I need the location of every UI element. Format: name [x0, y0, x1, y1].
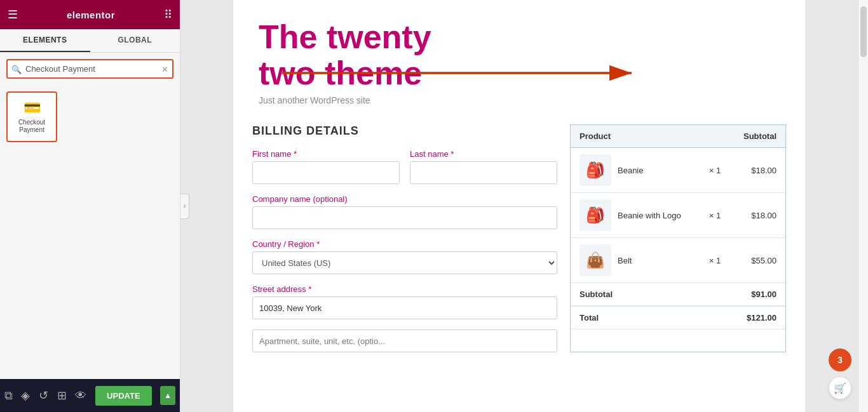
notification-badge[interactable]: 3: [829, 349, 851, 371]
order-section: Product Subtotal 🎒 Beanie: [570, 124, 786, 352]
widget-label: Checkout Payment: [11, 119, 52, 134]
search-input[interactable]: [6, 59, 173, 79]
product-cell-3: 👜 Belt: [571, 238, 699, 283]
street-input[interactable]: [252, 296, 557, 319]
history-icon[interactable]: ↺: [39, 389, 48, 402]
price-cell-3: $55.00: [731, 238, 785, 283]
site-header: The twenty two theme Just another WordPr…: [233, 0, 805, 112]
first-name-input[interactable]: [252, 161, 400, 184]
first-name-label: First name *: [252, 149, 400, 159]
tab-global[interactable]: GLOBAL: [90, 29, 180, 52]
product-header: Product: [571, 125, 731, 148]
panel-footer: ⧉ ◈ ↺ ⊞ 👁 UPDATE ▲: [0, 379, 180, 412]
responsive-icon[interactable]: ⊞: [57, 389, 67, 402]
tab-elements[interactable]: ELEMENTS: [0, 29, 90, 52]
search-icon: 🔍: [11, 64, 22, 74]
components-icon[interactable]: ◈: [21, 389, 30, 402]
total-label: Total: [571, 306, 731, 329]
brand-title: elementor: [67, 10, 115, 20]
product-name-1: Beanie: [618, 166, 643, 175]
table-row: 👜 Belt × 1 $55.00: [571, 238, 785, 283]
checkout-payment-widget[interactable]: 💳 Checkout Payment: [6, 91, 57, 142]
site-subtitle: Just another WordPress site: [259, 95, 780, 105]
billing-title: BILLING DETAILS: [252, 124, 557, 138]
total-row: Total $121.00: [571, 306, 785, 329]
subtotal-row: Subtotal $91.00: [571, 283, 785, 307]
bottom-right-controls: 3 🛒: [829, 349, 851, 399]
subtotal-label: Subtotal: [571, 283, 731, 307]
subtotal-header: Subtotal: [731, 125, 785, 148]
country-label: Country / Region *: [252, 239, 557, 249]
company-group: Company name (optional): [252, 194, 557, 229]
qty-cell-3: × 1: [699, 238, 731, 283]
country-group: Country / Region * United States (US): [252, 239, 557, 274]
order-header-row: Product Subtotal: [571, 125, 785, 148]
apartment-group: [252, 329, 557, 352]
cart-button[interactable]: 🛒: [829, 376, 851, 399]
product-cell-2: 🎒 Beanie with Logo: [571, 193, 699, 238]
grid-icon[interactable]: ⠿: [164, 8, 172, 22]
country-select[interactable]: United States (US): [252, 251, 557, 274]
company-label: Company name (optional): [252, 194, 557, 204]
company-input[interactable]: [252, 206, 557, 229]
collapse-handle[interactable]: ‹: [180, 194, 189, 219]
product-name-3: Belt: [618, 256, 632, 265]
update-button[interactable]: UPDATE: [95, 386, 151, 406]
left-panel: ☰ elementor ⠿ ELEMENTS GLOBAL 🔍 ✕ 💳 Chec…: [0, 0, 180, 412]
street-group: Street address *: [252, 284, 557, 319]
scrollbar-thumb: [860, 6, 867, 57]
product-name-2: Beanie with Logo: [618, 211, 681, 220]
checkout-area: BILLING DETAILS First name * Last name *…: [252, 112, 786, 365]
name-row: First name * Last name *: [252, 149, 557, 184]
product-thumb-3: 👜: [580, 244, 611, 276]
subtotal-value: $91.00: [731, 283, 785, 307]
product-thumb-2: 🎒: [580, 199, 611, 231]
table-row: 🎒 Beanie × 1 $18.00: [571, 148, 785, 193]
table-row: 🎒 Beanie with Logo × 1 $18.00: [571, 193, 785, 238]
last-name-label: Last name *: [410, 149, 557, 159]
preview-icon[interactable]: 👁: [75, 389, 86, 402]
last-name-group: Last name *: [410, 149, 557, 184]
billing-section: BILLING DETAILS First name * Last name *…: [252, 124, 570, 352]
update-label: UPDATE: [107, 391, 140, 401]
product-thumb-1: 🎒: [580, 154, 611, 186]
layers-icon[interactable]: ⧉: [4, 389, 13, 402]
total-value: $121.00: [731, 306, 785, 329]
canvas-inner: The twenty two theme Just another WordPr…: [233, 0, 805, 412]
product-cell-1: 🎒 Beanie: [571, 148, 699, 193]
panel-tabs: ELEMENTS GLOBAL: [0, 29, 180, 53]
price-cell-1: $18.00: [731, 148, 785, 193]
checkout-payment-icon: 💳: [24, 100, 41, 116]
first-name-group: First name *: [252, 149, 400, 184]
street-label: Street address *: [252, 284, 557, 294]
clear-icon[interactable]: ✕: [161, 64, 168, 74]
right-scrollbar[interactable]: [858, 0, 868, 412]
last-name-input[interactable]: [410, 161, 557, 184]
price-cell-2: $18.00: [731, 193, 785, 238]
qty-cell-1: × 1: [699, 148, 731, 193]
update-dropdown-button[interactable]: ▲: [160, 386, 175, 405]
search-area: 🔍 ✕: [0, 53, 180, 85]
qty-cell-2: × 1: [699, 193, 731, 238]
panel-header: ☰ elementor ⠿: [0, 0, 180, 29]
order-table: Product Subtotal 🎒 Beanie: [571, 125, 785, 329]
site-title: The twenty two theme: [259, 19, 780, 91]
hamburger-icon[interactable]: ☰: [8, 8, 18, 22]
main-canvas: The twenty two theme Just another WordPr…: [180, 0, 858, 412]
widget-grid: 💳 Checkout Payment: [0, 85, 180, 149]
apartment-input[interactable]: [252, 329, 557, 352]
